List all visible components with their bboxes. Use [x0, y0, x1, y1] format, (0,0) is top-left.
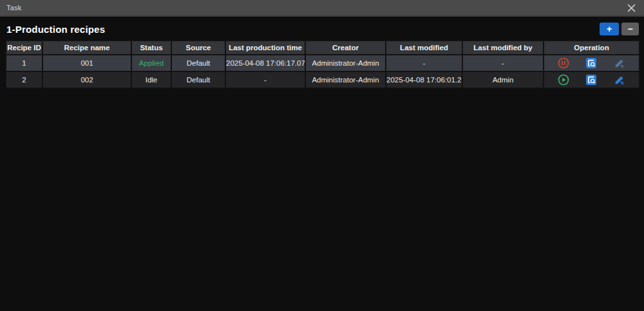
- cell-last-production-time: -: [225, 71, 305, 88]
- title-bar: Task: [0, 0, 644, 17]
- col-header-recipe-id: Recipe ID: [6, 41, 43, 55]
- cell-source: Default: [171, 71, 225, 88]
- cell-operation: [544, 55, 639, 71]
- cell-status: Idle: [131, 71, 171, 88]
- remove-recipe-button[interactable]: −: [621, 23, 639, 35]
- cell-recipe-name: 001: [43, 55, 131, 71]
- task-window: Task 1-Production recipes + − Recipe ID: [0, 0, 644, 311]
- col-header-last-modified-by: Last modified by: [462, 41, 544, 55]
- table-header-row: Recipe ID Recipe name Status Source Last…: [6, 41, 639, 55]
- cell-recipe-name: 002: [43, 71, 131, 88]
- page-title: 1-Production recipes: [6, 24, 105, 35]
- cell-source: Default: [171, 55, 225, 71]
- add-recipe-button[interactable]: +: [600, 23, 619, 35]
- heading-row: 1-Production recipes + −: [0, 17, 644, 40]
- table-toolbar: + −: [600, 23, 639, 35]
- pause-button[interactable]: [556, 56, 571, 70]
- col-header-last-modified: Last modified: [386, 41, 462, 55]
- pause-icon: [557, 57, 570, 70]
- edit-button[interactable]: [612, 73, 627, 87]
- play-icon: [557, 73, 570, 86]
- cell-last-modified: 2025-04-08 17:06:01.280: [386, 71, 462, 88]
- cell-last-modified-by: -: [462, 55, 544, 71]
- view-recipe-button[interactable]: [584, 73, 598, 87]
- cell-last-production-time: 2025-04-08 17:06:17.073: [225, 55, 305, 71]
- edit-button[interactable]: [612, 56, 627, 70]
- edit-icon: [613, 73, 626, 86]
- cell-recipe-id: 2: [6, 71, 43, 88]
- recipes-table: Recipe ID Recipe name Status Source Last…: [5, 40, 640, 89]
- cell-status: Applied: [131, 55, 171, 71]
- cell-recipe-id: 1: [6, 55, 43, 71]
- close-icon: [627, 4, 636, 12]
- view-recipe-button[interactable]: [584, 56, 598, 70]
- window-title: Task: [0, 4, 21, 12]
- col-header-creator: Creator: [305, 41, 386, 55]
- edit-icon: [613, 57, 626, 70]
- table-row[interactable]: 1 001 Applied Default 2025-04-08 17:06:1…: [6, 55, 639, 71]
- cell-creator: Administrator-Admin: [305, 55, 386, 71]
- cell-creator: Administrator-Admin: [305, 71, 386, 88]
- cell-operation: [544, 71, 639, 88]
- col-header-status: Status: [131, 41, 171, 55]
- close-button[interactable]: [618, 0, 644, 16]
- minus-icon: −: [627, 23, 632, 35]
- view-recipe-icon: [585, 73, 598, 86]
- cell-last-modified-by: Admin: [462, 71, 544, 88]
- cell-last-modified: -: [386, 55, 462, 71]
- plus-icon: +: [607, 23, 612, 35]
- col-header-last-production-time: Last production time: [225, 41, 305, 55]
- view-recipe-icon: [585, 57, 598, 70]
- col-header-recipe-name: Recipe name: [43, 41, 131, 55]
- table-row[interactable]: 2 002 Idle Default - Administrator-Admin…: [6, 71, 639, 88]
- col-header-source: Source: [171, 41, 225, 55]
- play-button[interactable]: [556, 73, 571, 87]
- col-header-operation: Operation: [544, 41, 639, 55]
